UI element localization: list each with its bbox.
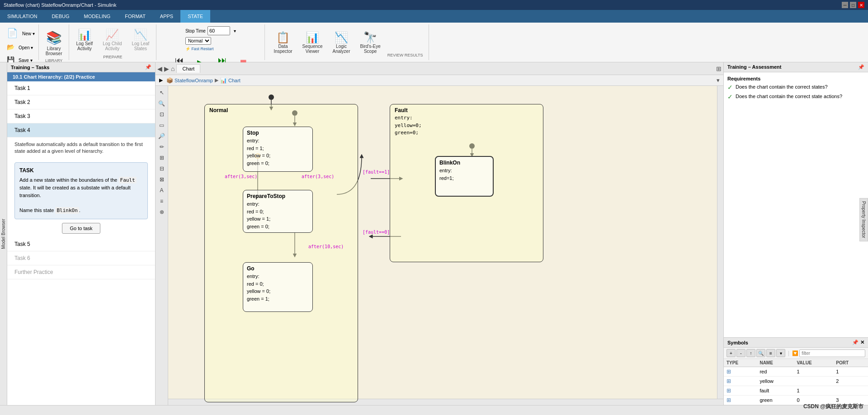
annotate-tool[interactable]: A [157,185,167,195]
log-child-activity-button[interactable]: 📈 Log ChildActivity [99,26,125,53]
training-panel-pin[interactable]: 📌 [145,64,151,70]
log-leaf-states-button[interactable]: 📉 Log LeafStates [128,26,152,53]
toolbar-group-review: 📋 DataInspector 📊 SequenceViewer 📉 Logic… [265,24,429,60]
property-inspector-tab[interactable]: Property Inspector [859,198,868,241]
task-item-3[interactable]: Task 3 [7,109,155,123]
center-panel: ◀ ▶ ⌂ Chart ⊞ ▶ 📦 StateflowOnramp ▶ 📊 Ch… [156,62,723,405]
zoom-tool-2[interactable]: 🔎 [157,131,167,141]
logic-analyzer-label: LogicAnalyzer [333,44,350,54]
zoom-in-tool[interactable]: 🔍 [157,99,167,108]
dropdown-arrow[interactable]: ▾ [234,28,236,33]
nav-home-button[interactable]: ⌂ [171,65,175,72]
scale-tool[interactable]: ⊠ [157,174,167,184]
symbol-filter-input[interactable] [799,349,865,357]
symbols-toolbar: + - ↑ 🔍 ≡ ▾ | 🔽 [724,348,868,359]
assessment-pin[interactable]: 📌 [858,64,864,70]
assessment-panel: Training – Assessment 📌 Requirements ✓ D… [723,62,868,405]
pencil-tool[interactable]: ✏ [157,142,167,152]
menu-tab-format[interactable]: FORMAT [118,10,153,23]
sym-btn-1[interactable]: + [726,349,736,357]
symbols-title: Symbols [727,340,748,345]
sym-icon-yellow: ⊞ [726,378,731,384]
minimize-button[interactable]: ─ [842,2,848,8]
symbols-close-btn[interactable]: ✕ [860,340,864,345]
save-label[interactable]: Save ▾ [19,58,33,63]
go-to-task-button[interactable]: Go to task [62,223,100,234]
task-item-4[interactable]: Task 4 [7,123,155,137]
sym-btn-6[interactable]: ▾ [776,349,785,357]
prepare-state-name: PrepareToStop [247,193,309,199]
data-inspector-button[interactable]: 📋 DataInspector [270,29,295,56]
log-leaf-label: Log LeafStates [132,41,149,51]
label-tool[interactable]: ⊗ [157,207,167,217]
state-tool[interactable]: ▭ [157,120,167,130]
transition-label-3: after(10,sec) [308,244,344,249]
nav-forward-button[interactable]: ▶ [164,65,169,72]
simulation-mode-select[interactable]: Normal [185,37,211,45]
sequence-viewer-button[interactable]: 📊 SequenceViewer [299,29,326,56]
sequence-viewer-label: SequenceViewer [302,44,323,54]
fast-restart-label: ⚡ Fast Restart [185,47,214,51]
model-browser-tab[interactable]: Model Browser [0,217,7,251]
menu-tab-simulation[interactable]: SIMULATION [0,10,44,23]
stop-state-box[interactable]: Stop entry:red = 1;yellow = 0;green = 0; [243,127,313,172]
blinkon-state-box[interactable]: BlinkOn entry:red=1; [435,156,494,197]
toolbar-group-simulate: Stop Time ▾ Normal ⚡ Fast Restart ⏮ Step… [156,24,265,60]
assessment-header: Training – Assessment 📌 [724,62,868,72]
fit-tool[interactable]: ⊡ [157,109,167,119]
task-item-6-disabled: Task 6 [7,251,155,265]
task-item-2[interactable]: Task 2 [7,95,155,109]
stop-time-input[interactable] [208,26,230,35]
birds-eye-scope-button[interactable]: 🔭 Bird's-EyeScope [357,29,383,56]
go-state-box[interactable]: Go entry:red = 0;yellow = 0;green = 1; [243,262,313,312]
task-item-1[interactable]: Task 1 [7,81,155,95]
data-inspector-icon: 📋 [276,31,290,44]
nav-back-button[interactable]: ◀ [157,65,162,72]
breadcrumb-expand-right[interactable]: ▾ [717,77,720,84]
open-label[interactable]: Open ▾ [19,45,33,50]
open-button[interactable]: 📂 [4,42,18,53]
sym-btn-5[interactable]: ≡ [766,349,775,357]
go-state-code: entry:red = 0;yellow = 0;green = 1; [247,273,309,302]
symbol-value-fault: 1 [794,386,833,396]
breadcrumb-bar: ▶ 📦 StateflowOnramp ▶ 📊 Chart ▾ [156,75,723,86]
symbols-pin-btn[interactable]: 📌 [852,340,859,345]
logic-analyzer-button[interactable]: 📉 LogicAnalyzer [330,29,354,56]
log-self-activity-button[interactable]: 📊 Log SelfActivity [73,26,96,53]
arrange-tool[interactable]: ≡ [157,196,167,206]
sym-icon-fault: ⊞ [726,387,731,394]
sym-btn-3[interactable]: ↑ [746,349,755,357]
symbol-port-red: 1 [833,367,868,377]
breadcrumb-expand-btn[interactable]: ▶ [159,77,163,83]
toolbar-group-library: 📚 LibraryBrowser LIBRARY [39,24,70,60]
log-leaf-icon: 📉 [134,28,147,41]
new-button[interactable]: 📄 [4,26,21,41]
sym-btn-2[interactable]: - [736,349,745,357]
blinkon-state-name: BlinkOn [439,160,489,166]
menu-tab-apps[interactable]: APPS [153,10,180,23]
log-child-icon: 📈 [105,28,119,41]
assessment-title: Training – Assessment [727,64,781,70]
prepare-state-box[interactable]: PrepareToStop entry:red = 0;yellow = 1;g… [243,190,313,233]
breadcrumb-chart-label: Chart [228,78,241,83]
training-panel-header: Training – Tasks 📌 [7,62,155,72]
maximize-button[interactable]: □ [850,2,856,8]
new-label[interactable]: New ▾ [22,31,35,36]
fault-state-name: Fault [395,107,538,113]
breadcrumb-chart[interactable]: 📊 Chart [220,77,241,84]
menu-tab-debug[interactable]: DEBUG [44,10,76,23]
library-browser-button[interactable]: 📚 LibraryBrowser [42,28,66,58]
task-item-5[interactable]: Task 5 [7,237,155,251]
menu-tab-state[interactable]: STATE [180,10,210,23]
close-button[interactable]: ✕ [858,2,864,8]
layout-tool[interactable]: ⊟ [157,164,167,174]
breadcrumb-stateflow[interactable]: 📦 StateflowOnramp [166,77,213,84]
chart-tab[interactable]: Chart [176,64,200,73]
select-tool[interactable]: ↖ [157,88,167,98]
title-bar: Stateflow (chart) StateflowOnramp/Chart … [0,0,868,10]
sym-btn-4[interactable]: 🔍 [756,349,765,357]
grid-tool[interactable]: ⊞ [157,153,167,163]
model-browser-sidebar: Model Browser [0,62,7,405]
menu-tab-modeling[interactable]: MODELING [77,10,118,23]
chart-expand-button[interactable]: ⊞ [716,65,722,72]
